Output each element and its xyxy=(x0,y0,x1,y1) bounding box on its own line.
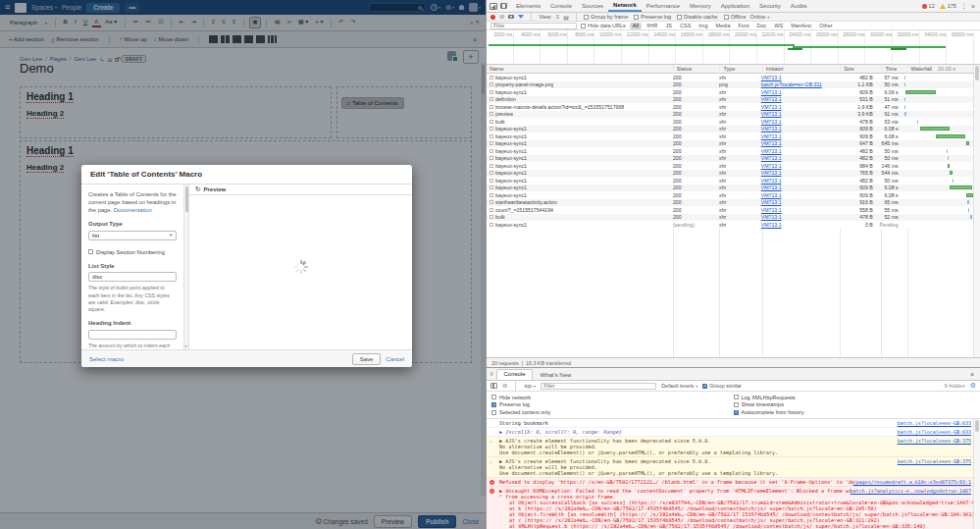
devtools-menu-icon[interactable]: ⋮ xyxy=(960,2,967,10)
initiator-link[interactable]: VM713:1 xyxy=(761,140,782,146)
clear-icon[interactable]: ⊘ xyxy=(499,14,504,21)
show-timestamps-checkbox[interactable]: Show timestamps xyxy=(734,401,976,409)
initiator-link[interactable]: VM713:1 xyxy=(761,89,782,95)
online-select[interactable]: Online▾ xyxy=(749,14,769,20)
network-request-row[interactable]: bayeux-sync1200xhrVM713:1684 B146 ms xyxy=(487,162,973,170)
initiator-link[interactable]: batch.js?locale=en-GB:311 xyxy=(761,81,822,87)
log-xmlhttprequests-checkbox[interactable]: Log XMLHttpRequests xyxy=(734,394,976,401)
message-source-link[interactable]: batch.js?locale=en-GB:375 xyxy=(898,458,971,464)
column-header-size[interactable]: Size xyxy=(840,65,881,73)
screenshot-capture-icon[interactable] xyxy=(508,15,514,20)
initiator-link[interactable]: VM713:1 xyxy=(761,119,782,125)
type-filter-img[interactable]: Img xyxy=(696,23,710,29)
column-header-name[interactable]: Name xyxy=(487,65,673,73)
initiator-link[interactable]: VM713:1 xyxy=(761,185,782,190)
initiator-link[interactable]: VM713:1 xyxy=(761,199,782,205)
network-request-row[interactable]: startheartbeatactivity.action200xhrVM713… xyxy=(487,199,973,207)
network-request-row[interactable]: bayeux-sync1200xhrVM713:1482 B50 ms xyxy=(487,177,973,185)
section-numbering-checkbox[interactable]: Display Section Numbering xyxy=(88,248,177,256)
network-request-row[interactable]: bayeux-sync1200xhrVM713:1482 B57 ms xyxy=(487,74,973,81)
cancel-link[interactable]: Cancel xyxy=(386,356,404,362)
network-request-row[interactable]: bayeux-sync1200xhrVM713:1482 B50 ms xyxy=(487,155,973,163)
network-request-row[interactable]: bayeux-sync1200xhrVM713:1765 B544 ms xyxy=(487,170,973,178)
execution-context-select[interactable]: top▾ xyxy=(524,383,536,389)
devtools-tab-sources[interactable]: Sources xyxy=(577,2,608,11)
devtools-close-icon[interactable]: × xyxy=(971,3,975,10)
initiator-link[interactable]: VM713:1 xyxy=(761,104,782,110)
type-filter-all[interactable]: All xyxy=(630,23,642,29)
initiator-link[interactable]: VM713:1 xyxy=(761,192,782,198)
save-button[interactable]: Save xyxy=(352,353,382,365)
type-filter-manifest[interactable]: Manifest xyxy=(788,23,814,29)
console-message-log[interactable]: Storing bookmarkbatch.js?locale=en-GB:63… xyxy=(487,419,980,428)
initiator-link[interactable]: VM713:1 xyxy=(761,75,782,80)
devtools-tab-console[interactable]: Console xyxy=(545,2,577,11)
list-style-input[interactable]: disc xyxy=(88,272,177,282)
devtools-tab-performance[interactable]: Performance xyxy=(642,2,685,11)
network-request-row[interactable]: bulk200xhrVM713:1478 B53 ms xyxy=(487,118,973,126)
type-filter-js[interactable]: JS xyxy=(663,23,675,29)
initiator-link[interactable]: VM713:1 xyxy=(761,207,782,213)
network-request-row[interactable]: bayeux-sync1(pending)xhrVM713:10 BPendin… xyxy=(487,221,973,229)
column-header-type[interactable]: Type xyxy=(719,65,761,73)
console-message-error[interactable]: ×Refused to display 'https:// /s/en-GB/7… xyxy=(487,478,980,487)
initiator-link[interactable]: VM713:1 xyxy=(761,133,782,139)
drawer-tab-console[interactable]: Console xyxy=(496,369,532,380)
network-request-row[interactable]: bayeux-sync1200xhrVM713:1609 B6.09 s xyxy=(487,88,973,96)
initiator-link[interactable]: VM713:1 xyxy=(761,126,782,132)
network-request-row[interactable]: browse-macros-details.action?id=toc&_=15… xyxy=(487,103,973,111)
group-by-frame-checkbox[interactable]: Group by frame xyxy=(584,14,628,20)
heading-indent-input[interactable] xyxy=(88,330,177,340)
message-source-link[interactable]: (pages/resumedraft.a.b10c:e3ed87375c83:1 xyxy=(853,479,971,485)
offline-checkbox[interactable]: Offline xyxy=(724,14,747,20)
initiator-link[interactable]: VM713:1 xyxy=(761,96,782,102)
message-source-link[interactable]: batch.js?analytics-e..nowledged=true:146… xyxy=(851,488,971,494)
message-source-link[interactable]: batch.js?locale=en-GB:633 xyxy=(898,420,971,426)
preserve-log-checkbox[interactable]: Preserve log xyxy=(491,401,734,409)
network-request-row[interactable]: property-panel-image.png200pngbatch.js?l… xyxy=(487,81,973,89)
type-filter-doc[interactable]: Doc xyxy=(753,23,769,29)
console-message-warn[interactable]: ⚠▶ AJS's create element functionality ha… xyxy=(487,437,980,457)
message-source-link[interactable]: batch.js?locale=en-GB:375 xyxy=(898,438,971,444)
hide-data-urls-checkbox[interactable]: Hide data URLs xyxy=(581,23,626,28)
network-scrollbar[interactable] xyxy=(973,65,980,357)
clear-console-icon[interactable]: ⊘ xyxy=(502,383,507,390)
autocomplete-from-history-checkbox[interactable]: Autocomplete from history xyxy=(734,408,976,416)
large-rows-icon[interactable]: ▤ xyxy=(563,14,569,21)
drawer-tab-what-s-new[interactable]: What's New xyxy=(535,371,578,380)
devtools-tab-security[interactable]: Security xyxy=(754,2,786,11)
type-filter-css[interactable]: CSS xyxy=(677,23,694,29)
hide-network-checkbox[interactable]: Hide network xyxy=(491,394,734,401)
devtools-tab-network[interactable]: Network xyxy=(608,1,642,12)
console-sidebar-icon[interactable] xyxy=(490,383,497,389)
network-request-row[interactable]: bayeux-sync1200xhrVM713:1609 B6.08 s xyxy=(487,126,973,133)
devtools-tab-memory[interactable]: Memory xyxy=(685,2,716,11)
devtools-tab-audits[interactable]: Audits xyxy=(786,2,812,11)
preserve-log-checkbox[interactable]: Preserve log xyxy=(634,14,671,20)
initiator-link[interactable]: VM713:1 xyxy=(761,148,782,154)
devtools-tab-elements[interactable]: Elements xyxy=(511,2,545,11)
initiator-link[interactable]: VM713:1 xyxy=(761,214,782,220)
initiator-link[interactable]: VM713:1 xyxy=(761,222,782,228)
column-header-waterfall[interactable]: Waterfall 20.00 s▲ xyxy=(907,65,980,73)
network-request-row[interactable]: bayeux-sync1200xhrVM713:1647 B645 ms xyxy=(487,140,973,148)
console-settings-gear-icon[interactable]: ⚙ xyxy=(970,382,976,390)
inspect-element-icon[interactable] xyxy=(490,3,497,10)
console-message-obj[interactable]: ▶ {scrollX: 0, scrollY: 0, range: Range}… xyxy=(487,428,980,437)
column-header-initiator[interactable]: Initiator xyxy=(762,65,840,73)
initiator-link[interactable]: VM713:1 xyxy=(761,178,782,184)
drawer-handle-icon[interactable]: ‖ xyxy=(490,371,492,377)
column-header-time[interactable]: Time xyxy=(881,65,906,73)
disable-cache-checkbox[interactable]: Disable cache xyxy=(677,14,718,20)
network-overview[interactable]: 2000 ms4000 ms6000 ms8000 ms10000 ms1200… xyxy=(487,30,980,65)
network-request-row[interactable]: bayeux-sync1200xhrVM713:1609 B6.08 s xyxy=(487,191,973,199)
network-request-row[interactable]: bulk200xhrVM713:1478 B52 ms xyxy=(487,214,973,222)
column-header-status[interactable]: Status xyxy=(673,65,720,73)
console-scrollbar[interactable] xyxy=(973,419,980,529)
console-message-warn[interactable]: ⚠▶ AJS's create element functionality ha… xyxy=(487,457,980,478)
device-toolbar-icon[interactable] xyxy=(500,3,507,9)
documentation-link[interactable]: Documentation xyxy=(114,207,152,213)
initiator-link[interactable]: VM713:1 xyxy=(761,163,782,169)
drawer-close-icon[interactable]: × xyxy=(970,371,974,378)
type-filter-other[interactable]: Other xyxy=(816,23,836,29)
